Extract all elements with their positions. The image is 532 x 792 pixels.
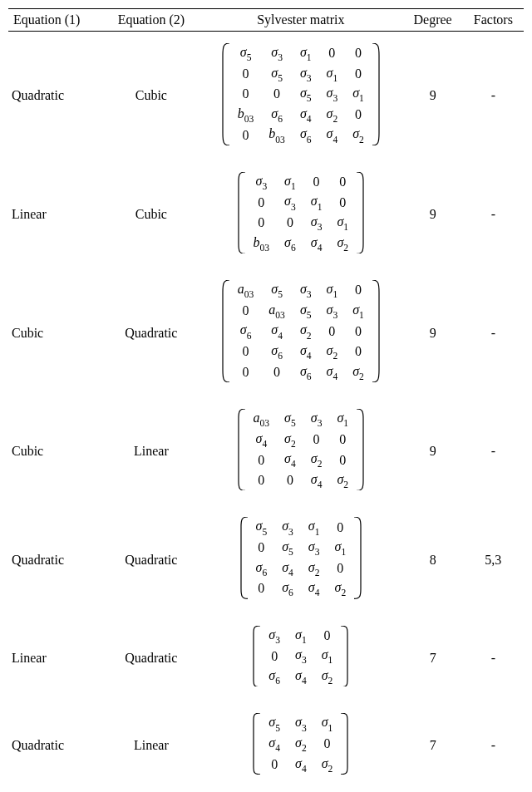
matrix-row: 0σ6σ4σ2 — [249, 578, 354, 599]
matrix-row: 0a03σ5σ3σ1 — [230, 301, 372, 322]
eq1-cell: Linear — [8, 614, 104, 702]
matrix-row: σ5σ3σ10 — [249, 517, 354, 538]
matrix-cell: 0 — [261, 646, 288, 667]
matrix-cell: 0 — [230, 342, 262, 362]
matrix-cell: σ4 — [301, 578, 328, 599]
matrix-cell: σ3 — [261, 626, 288, 647]
eq2-cell: Quadratic — [104, 505, 200, 613]
matrix-row: a03σ5σ3σ1 — [246, 409, 356, 430]
paren-left-icon — [238, 409, 246, 490]
eq1-cell: Quadratic — [8, 32, 104, 160]
matrix-cell: 0 — [345, 105, 372, 125]
table-row: CubicQuadratica03σ5σ3σ100a03σ5σ3σ1σ6σ4σ2… — [8, 268, 524, 397]
matrix-cell: σ1 — [301, 517, 328, 538]
matrix: σ5σ3σ1000σ5σ3σ1000σ5σ3σ1b03σ6σ4σ200b03σ6… — [222, 43, 380, 145]
matrix-cell: 0 — [319, 321, 346, 342]
matrix-cell: σ4 — [261, 321, 293, 342]
sylvester-cell: σ5σ3σ100σ5σ3σ1σ6σ4σ200σ6σ4σ2 — [199, 505, 402, 613]
matrix-cell: σ5 — [277, 409, 303, 430]
sylvester-cell: σ3σ100σ3σ1σ6σ4σ2 — [199, 614, 402, 702]
factors-cell: - — [463, 32, 524, 160]
matrix-cell: a03 — [230, 280, 262, 301]
matrix-cell: 0 — [345, 280, 372, 301]
matrix-cell: σ4 — [288, 755, 314, 775]
matrix-cell: σ2 — [319, 105, 346, 125]
matrix-cell: σ3 — [246, 172, 278, 193]
matrix-cell: σ6 — [261, 342, 293, 362]
matrix-cell: 0 — [261, 84, 293, 105]
matrix-cell: σ6 — [277, 234, 303, 254]
degree-cell: 9 — [403, 32, 463, 160]
matrix-row: 0σ3σ10 — [246, 192, 356, 213]
table-row: LinearQuadraticσ3σ100σ3σ1σ6σ4σ27- — [8, 614, 524, 702]
matrix-grid: σ5σ3σ1000σ5σ3σ1000σ5σ3σ1b03σ6σ4σ200b03σ6… — [230, 43, 372, 145]
paren-left-icon — [222, 43, 230, 145]
matrix-cell: σ2 — [329, 470, 356, 491]
matrix-cell: σ5 — [261, 713, 288, 734]
matrix-row: σ6σ4σ200 — [230, 321, 372, 342]
matrix-cell: 0 — [329, 430, 356, 450]
matrix-grid: σ5σ3σ1σ4σ200σ4σ2 — [261, 713, 340, 775]
table-row: QuadraticCubicσ5σ3σ1000σ5σ3σ1000σ5σ3σ1b0… — [8, 32, 524, 160]
matrix-cell: 0 — [246, 213, 278, 234]
matrix-cell: 0 — [345, 342, 372, 362]
matrix-cell: σ5 — [293, 84, 319, 105]
matrix-cell: σ3 — [301, 538, 328, 558]
matrix-grid: a03σ5σ3σ100a03σ5σ3σ1σ6σ4σ2000σ6σ4σ2000σ6… — [230, 280, 372, 382]
matrix-cell: σ2 — [345, 125, 372, 145]
matrix-cell: σ3 — [274, 517, 301, 538]
matrix-row: 0σ3σ1 — [261, 646, 340, 667]
degree-cell: 9 — [403, 160, 463, 268]
matrix-cell: 0 — [249, 538, 275, 558]
eq2-cell: Cubic — [104, 32, 200, 160]
matrix-cell: σ1 — [319, 64, 346, 85]
paren-left-icon — [240, 517, 249, 598]
eq2-cell: Quadratic — [104, 268, 200, 397]
factors-cell: - — [463, 614, 524, 702]
matrix-cell: 0 — [329, 192, 356, 213]
matrix-cell: σ2 — [277, 430, 303, 450]
matrix-cell: σ1 — [288, 626, 314, 647]
matrix-cell: σ2 — [314, 667, 341, 687]
matrix-cell: σ3 — [303, 213, 330, 234]
matrix-cell: σ6 — [261, 667, 288, 687]
matrix-cell: σ3 — [293, 280, 319, 301]
matrix-cell: σ1 — [329, 409, 356, 430]
matrix-cell: 0 — [246, 450, 278, 470]
matrix-cell: 0 — [230, 362, 262, 383]
table-row: QuadraticLinearσ5σ3σ1σ4σ200σ4σ27- — [8, 701, 524, 790]
matrix-cell: 0 — [246, 470, 278, 491]
matrix-cell: b03 — [246, 234, 278, 254]
matrix-cell: σ2 — [303, 450, 330, 470]
degree-cell: 8 — [403, 505, 463, 613]
sylvester-cell: a03σ5σ3σ100a03σ5σ3σ1σ6σ4σ2000σ6σ4σ2000σ6… — [199, 268, 402, 397]
paren-right-icon — [340, 626, 348, 687]
col-eq1: Equation (1) — [8, 9, 104, 32]
eq2-cell: Cubic — [104, 160, 200, 268]
matrix-cell: σ1 — [293, 43, 319, 64]
matrix-cell: σ4 — [277, 450, 303, 470]
matrix-cell: σ3 — [277, 192, 303, 213]
matrix: σ5σ3σ100σ5σ3σ1σ6σ4σ200σ6σ4σ2 — [240, 517, 362, 598]
matrix-grid: a03σ5σ3σ1σ4σ2000σ4σ2000σ4σ2 — [246, 409, 356, 490]
paren-right-icon — [356, 172, 364, 253]
factors-cell: - — [463, 397, 524, 505]
matrix-cell: σ2 — [301, 558, 328, 579]
matrix-cell: σ1 — [345, 84, 372, 105]
matrix: σ3σ1000σ3σ1000σ3σ1b03σ6σ4σ2 — [238, 172, 364, 253]
matrix-cell: σ6 — [249, 558, 275, 579]
sylvester-cell: σ5σ3σ1σ4σ200σ4σ2 — [199, 701, 402, 790]
matrix-cell: b03 — [261, 125, 293, 145]
matrix-cell: σ4 — [288, 667, 314, 687]
matrix-cell: 0 — [277, 213, 303, 234]
matrix-cell: 0 — [230, 125, 262, 145]
table-row: LinearCubicσ3σ1000σ3σ1000σ3σ1b03σ6σ4σ29- — [8, 160, 524, 268]
matrix-cell: σ5 — [230, 43, 262, 64]
matrix-grid: σ3σ100σ3σ1σ6σ4σ2 — [261, 626, 340, 687]
matrix-cell: 0 — [314, 734, 341, 755]
matrix-cell: 0 — [345, 64, 372, 85]
matrix-cell: σ1 — [314, 713, 341, 734]
paren-right-icon — [353, 517, 362, 598]
matrix-cell: 0 — [328, 517, 354, 538]
matrix-row: 0σ4σ2 — [261, 755, 340, 775]
